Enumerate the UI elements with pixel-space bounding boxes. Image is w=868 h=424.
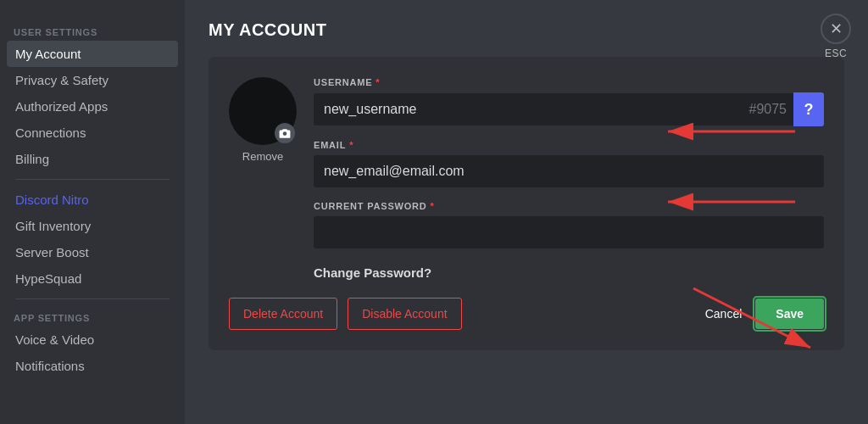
- esc-button[interactable]: ✕ ESC: [821, 14, 851, 59]
- avatar-wrapper: Remove: [229, 77, 297, 163]
- discriminator: #9075: [743, 93, 794, 126]
- sidebar-item-label: My Account: [15, 47, 81, 61]
- sidebar-item-label: Privacy & Safety: [15, 73, 108, 87]
- user-settings-section-label: USER SETTINGS: [7, 20, 178, 41]
- disable-account-button[interactable]: Disable Account: [348, 298, 461, 330]
- email-input[interactable]: [314, 155, 824, 187]
- sidebar-item-discord-nitro[interactable]: Discord Nitro: [7, 187, 178, 213]
- email-label: EMAIL *: [314, 140, 824, 150]
- sidebar-divider-2: [15, 298, 170, 299]
- sidebar-item-billing[interactable]: Billing: [7, 146, 178, 172]
- avatar-edit-icon[interactable]: [275, 123, 295, 143]
- sidebar-item-my-account[interactable]: My Account: [7, 41, 178, 67]
- email-field-group: EMAIL *: [314, 140, 824, 187]
- sidebar-item-label: Connections: [15, 126, 86, 140]
- avatar-remove-button[interactable]: Remove: [242, 150, 283, 163]
- save-button[interactable]: Save: [755, 298, 824, 329]
- password-input[interactable]: [314, 216, 824, 248]
- sidebar-item-label: Gift Inventory: [15, 219, 91, 233]
- page-title: MY ACCOUNT: [209, 20, 844, 40]
- sidebar-item-connections[interactable]: Connections: [7, 120, 178, 146]
- sidebar-item-label: Authorized Apps: [15, 99, 108, 114]
- sidebar-item-label: Voice & Video: [15, 332, 94, 347]
- esc-label: ESC: [825, 47, 847, 59]
- username-label: USERNAME *: [314, 77, 824, 87]
- username-field-group: USERNAME * #9075 ?: [314, 77, 824, 126]
- sidebar-item-label: HypeSquad: [15, 271, 81, 286]
- email-required: *: [349, 140, 353, 150]
- close-icon[interactable]: ✕: [821, 14, 851, 44]
- password-label: CURRENT PASSWORD *: [314, 201, 824, 211]
- sidebar-item-gift-inventory[interactable]: Gift Inventory: [7, 213, 178, 239]
- sidebar-item-hypesquad[interactable]: HypeSquad: [7, 265, 178, 292]
- change-password-link[interactable]: Change Password?: [314, 265, 431, 280]
- avatar[interactable]: [229, 77, 297, 145]
- sidebar-item-voice-video[interactable]: Voice & Video: [7, 326, 178, 353]
- sidebar: USER SETTINGS My Account Privacy & Safet…: [0, 0, 185, 424]
- sidebar-item-label: Discord Nitro: [15, 192, 89, 207]
- sidebar-item-label: Billing: [15, 152, 49, 166]
- username-input[interactable]: [314, 93, 743, 126]
- sidebar-item-authorized-apps[interactable]: Authorized Apps: [7, 93, 178, 120]
- sidebar-item-label: Server Boost: [15, 245, 89, 259]
- main-content: MY ACCOUNT Remove: [185, 0, 868, 424]
- password-required: *: [431, 201, 435, 211]
- sidebar-item-label: Notifications: [15, 359, 85, 373]
- help-button[interactable]: ?: [793, 92, 824, 126]
- danger-buttons: Delete Account Disable Account: [229, 298, 462, 330]
- password-field-group: CURRENT PASSWORD *: [314, 201, 824, 248]
- sidebar-item-privacy-safety[interactable]: Privacy & Safety: [7, 67, 178, 93]
- sidebar-item-notifications[interactable]: Notifications: [7, 353, 178, 379]
- card-bottom: Delete Account Disable Account Cancel Sa…: [229, 298, 824, 330]
- fields-column: USERNAME * #9075 ? EMAIL *: [314, 77, 824, 281]
- sidebar-divider-1: [15, 179, 170, 180]
- username-input-wrapper: [314, 93, 743, 126]
- cancel-button[interactable]: Cancel: [705, 307, 743, 321]
- account-card: Remove USERNAME * #9075 ?: [209, 57, 844, 350]
- delete-account-button[interactable]: Delete Account: [229, 298, 337, 330]
- profile-row: Remove USERNAME * #9075 ?: [229, 77, 824, 281]
- action-buttons: Cancel Save: [705, 298, 824, 329]
- sidebar-item-server-boost[interactable]: Server Boost: [7, 239, 178, 265]
- app-settings-section-label: APP SETTINGS: [7, 306, 178, 326]
- username-row: #9075 ?: [314, 92, 824, 126]
- username-required: *: [376, 77, 380, 87]
